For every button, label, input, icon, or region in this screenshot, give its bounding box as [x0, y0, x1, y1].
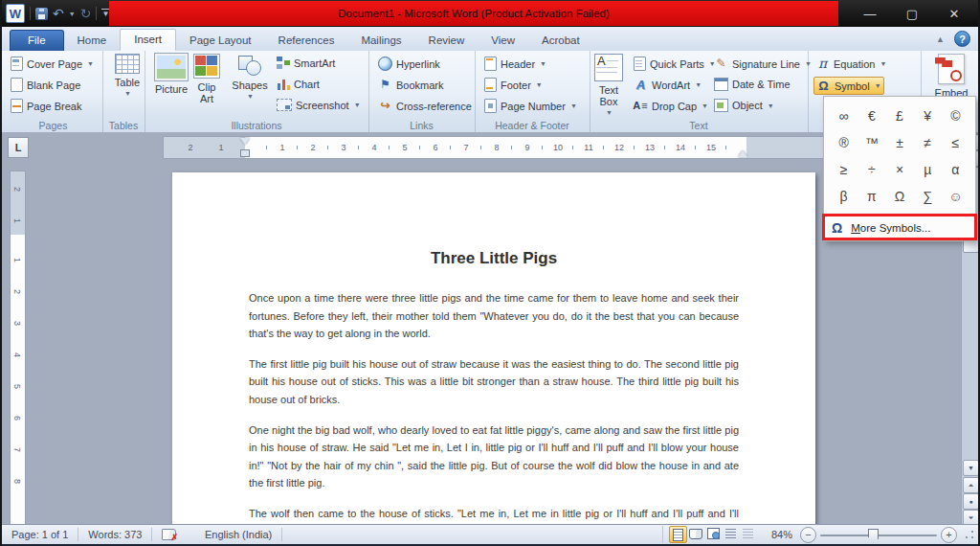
- symbol-cell[interactable]: ≥: [830, 156, 858, 183]
- symbol-cell[interactable]: α: [942, 156, 969, 183]
- symbol-cell[interactable]: β: [830, 183, 858, 210]
- tab-mailings[interactable]: Mailings: [347, 31, 414, 51]
- symbol-cell[interactable]: €: [858, 102, 885, 129]
- next-page-button[interactable]: ⏷: [963, 510, 978, 525]
- symbol-cell[interactable]: £: [885, 102, 913, 129]
- hyperlink-button[interactable]: Hyperlink: [376, 56, 442, 72]
- zoom-out-button[interactable]: −: [800, 527, 816, 543]
- symbol-cell[interactable]: ÷: [858, 156, 885, 183]
- title-banner: Document1 - Microsoft Word (Product Acti…: [109, 1, 838, 26]
- language-status[interactable]: English (India): [195, 528, 282, 541]
- symbol-cell[interactable]: ×: [885, 156, 913, 183]
- tab-home[interactable]: Home: [64, 31, 121, 51]
- header-button[interactable]: Header▼: [482, 56, 548, 72]
- date-time-icon: [714, 78, 728, 91]
- left-indent-marker[interactable]: [240, 149, 250, 157]
- tab-references[interactable]: References: [265, 31, 348, 51]
- minimize-ribbon-icon[interactable]: ▲: [936, 34, 945, 44]
- tab-insert[interactable]: Insert: [120, 29, 176, 51]
- more-symbols-omega-icon: Ω: [832, 220, 842, 236]
- print-layout-view-button[interactable]: [669, 526, 687, 543]
- shapes-button[interactable]: Shapes ▼: [231, 54, 269, 102]
- tab-acrobat[interactable]: Acrobat: [528, 31, 593, 51]
- symbol-cell[interactable]: Ω: [885, 183, 913, 210]
- undo-dropdown-arrow[interactable]: ▼: [69, 11, 76, 17]
- spellcheck-status[interactable]: ✗: [152, 528, 195, 541]
- quick-parts-button[interactable]: Quick Parts▼: [632, 56, 718, 72]
- document-page[interactable]: Three Little Pigs Once upon a time there…: [172, 172, 815, 525]
- clip-art-button[interactable]: Clip Art: [192, 54, 221, 104]
- symbol-cell[interactable]: ∞: [830, 102, 858, 129]
- more-symbols-item[interactable]: Ω More Symbols...: [824, 216, 975, 239]
- zoom-slider[interactable]: [820, 528, 937, 542]
- zoom-in-button[interactable]: +: [941, 527, 957, 543]
- picture-button[interactable]: Picture: [152, 54, 190, 95]
- tab-file[interactable]: File: [10, 30, 64, 51]
- chart-button[interactable]: Chart: [275, 77, 322, 91]
- undo-icon[interactable]: ↶: [53, 7, 64, 20]
- close-button[interactable]: ✕: [940, 7, 969, 21]
- wordart-button[interactable]: A WordArt▼: [632, 77, 703, 93]
- redo-icon[interactable]: ↻: [80, 7, 92, 20]
- tab-stop-selector[interactable]: L: [8, 137, 29, 158]
- symbol-cell[interactable]: ☺: [942, 183, 969, 210]
- equation-button[interactable]: π Equation▼: [813, 56, 888, 72]
- vertical-ruler[interactable]: 21 12345678: [10, 171, 26, 525]
- document-paragraph: Once upon a time there were three little…: [249, 289, 739, 343]
- select-browse-object-button[interactable]: ●: [963, 493, 978, 510]
- outline-view-button[interactable]: [723, 526, 739, 541]
- save-icon[interactable]: [35, 8, 48, 20]
- previous-page-button[interactable]: ⏶: [963, 477, 978, 493]
- tab-view[interactable]: View: [478, 31, 528, 51]
- object-button[interactable]: Object▼: [712, 98, 776, 113]
- resize-grip[interactable]: [965, 530, 974, 539]
- screenshot-button[interactable]: Screenshot▼: [275, 98, 363, 112]
- symbol-cell[interactable]: µ: [914, 156, 942, 183]
- symbol-cell[interactable]: ®: [830, 129, 858, 156]
- footer-button[interactable]: Footer▼: [482, 77, 545, 93]
- date-time-button[interactable]: Date & Time: [712, 77, 792, 92]
- symbol-cell[interactable]: ¥: [914, 102, 942, 129]
- symbol-cell[interactable]: ±: [885, 129, 913, 156]
- scroll-down-arrow[interactable]: ▼: [963, 460, 978, 476]
- minimize-button[interactable]: —: [856, 7, 884, 21]
- tab-review[interactable]: Review: [415, 31, 479, 51]
- bookmark-button[interactable]: ⚑ Bookmark: [376, 77, 446, 93]
- text-box-button[interactable]: A Text Box ▼: [593, 54, 624, 119]
- first-line-indent-marker[interactable]: [240, 138, 250, 145]
- symbol-cell[interactable]: ∑: [914, 183, 942, 210]
- symbol-grid: ∞€£¥©®™±≠≤≥÷×µαβπΩ∑☺: [824, 97, 975, 214]
- web-layout-view-button[interactable]: [705, 526, 722, 541]
- tab-page-layout[interactable]: Page Layout: [176, 31, 265, 51]
- symbol-cell[interactable]: π: [858, 183, 885, 210]
- drop-cap-button[interactable]: A≡ Drop Cap▼: [632, 98, 710, 114]
- page-break-icon: [11, 99, 23, 113]
- full-screen-reading-view-button[interactable]: [688, 526, 704, 541]
- zoom-slider-thumb[interactable]: [868, 529, 879, 543]
- smartart-button[interactable]: SmartArt: [275, 56, 337, 70]
- page-number-button[interactable]: Page Number▼: [482, 98, 579, 114]
- blank-page-button[interactable]: Blank Page: [9, 77, 82, 93]
- page-break-button[interactable]: Page Break: [9, 98, 83, 114]
- word-count[interactable]: Words: 373: [78, 528, 152, 541]
- maximize-button[interactable]: ▢: [898, 7, 926, 21]
- word-app-icon[interactable]: W: [6, 4, 25, 23]
- group-illustrations: Picture Clip Art Shapes ▼ SmartArt Chart: [145, 51, 369, 132]
- help-icon[interactable]: ?: [954, 31, 970, 47]
- zoom-level[interactable]: 84%: [771, 529, 792, 540]
- embed-button[interactable]: Embed: [932, 54, 970, 99]
- table-button[interactable]: Table ▼: [108, 54, 146, 100]
- symbol-cell[interactable]: ≠: [914, 129, 942, 156]
- signature-line-button[interactable]: ✎ Signature Line▼: [712, 56, 813, 72]
- page-count[interactable]: Page: 1 of 1: [2, 528, 78, 541]
- document-paragraph: One night the big bad wolf, who dearly l…: [249, 421, 739, 492]
- symbol-button[interactable]: Ω Symbol▼: [813, 77, 884, 95]
- symbol-cell[interactable]: ≤: [942, 129, 969, 156]
- cover-page-button[interactable]: Cover Page▼: [9, 56, 96, 72]
- symbol-cell[interactable]: ™: [858, 129, 885, 156]
- chart-icon: [277, 78, 290, 90]
- right-indent-marker[interactable]: [738, 150, 747, 157]
- cross-reference-button[interactable]: ↪ Cross-reference: [376, 98, 474, 114]
- symbol-cell[interactable]: ©: [942, 102, 969, 129]
- draft-view-button[interactable]: [740, 526, 756, 541]
